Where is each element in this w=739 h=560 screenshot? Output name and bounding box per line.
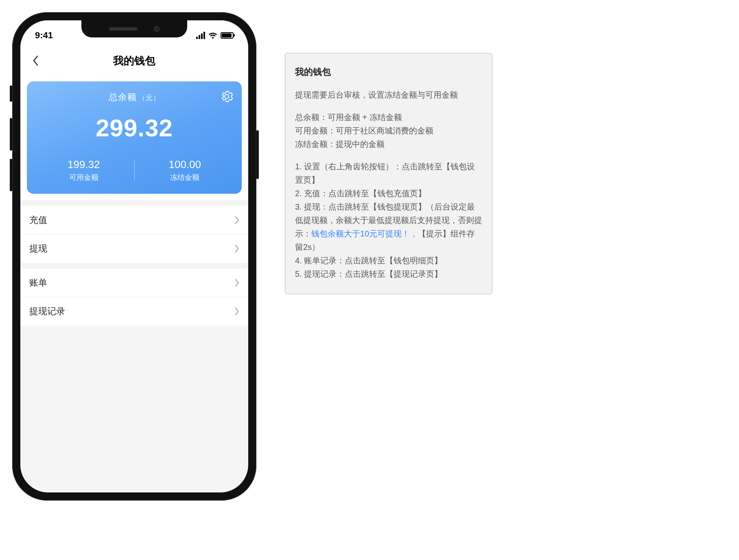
page-title: 我的钱包 <box>113 54 155 68</box>
earpiece <box>109 27 138 31</box>
phone-notch <box>81 20 187 37</box>
balance-breakdown: 199.32 可用金额 100.00 冻结金额 <box>33 158 235 182</box>
phone-screen: 9:41 我的钱包 总余额（元） <box>20 20 248 492</box>
menu-label: 提现记录 <box>29 305 65 317</box>
balance-title-row: 总余额（元） <box>33 91 235 103</box>
battery-icon <box>221 32 234 39</box>
annotation-panel: 我的钱包 提现需要后台审核，设置冻结金额与可用金额 总余额：可用金额 + 冻结金… <box>285 53 492 294</box>
chevron-right-icon <box>234 278 239 287</box>
menu-label: 账单 <box>29 277 47 289</box>
phone-side-button <box>256 130 259 179</box>
front-camera <box>154 26 160 32</box>
annotation-intro: 提现需要后台审核，设置冻结金额与可用金额 <box>295 88 482 102</box>
total-balance: 299.32 <box>33 114 235 142</box>
menu-withdraw-record[interactable]: 提现记录 <box>20 297 248 326</box>
menu-label: 充值 <box>29 214 47 226</box>
menu-withdraw[interactable]: 提现 <box>20 234 248 263</box>
annotation-heading: 我的钱包 <box>295 65 482 79</box>
annotation-def-available: 可用金额：可用于社区商城消费的金额 <box>295 124 482 138</box>
annotation-step-5: 5. 提现记录：点击跳转至【提现记录页】 <box>295 267 482 281</box>
annotation-def-total: 总余额：可用金额 + 冻结金额 <box>295 111 482 124</box>
balance-title: 总余额 <box>109 92 137 102</box>
annotation-step-1: 1. 设置（右上角齿轮按钮）：点击跳转至【钱包设置页】 <box>295 160 482 187</box>
back-button[interactable] <box>29 55 42 67</box>
settings-button[interactable] <box>221 90 233 103</box>
annotation-step-4: 4. 账单记录：点击跳转至【钱包明细页】 <box>295 254 482 267</box>
annotation-link: 钱包余额大于10元可提现！， <box>311 229 418 238</box>
phone-side-button <box>10 159 12 191</box>
gear-icon <box>221 90 233 103</box>
annotation-def-frozen: 冻结金额：提现中的金额 <box>295 138 482 151</box>
section-gap <box>20 263 248 269</box>
navigation-bar: 我的钱包 <box>20 46 248 75</box>
available-balance-col: 199.32 可用金额 <box>33 158 134 182</box>
phone-side-button <box>10 118 12 151</box>
available-amount: 199.32 <box>33 158 134 171</box>
phone-side-button <box>10 85 12 102</box>
menu-bill[interactable]: 账单 <box>20 269 248 297</box>
annotation-definitions: 总余额：可用金额 + 冻结金额 可用金额：可用于社区商城消费的金额 冻结金额：提… <box>295 111 482 151</box>
balance-card: 总余额（元） 299.32 199.32 可用金额 100.00 冻结金额 <box>27 81 242 194</box>
menu-group-1: 充值 提现 <box>20 206 248 263</box>
section-gap <box>20 200 248 206</box>
chevron-right-icon <box>234 307 239 316</box>
balance-section: 总余额（元） 299.32 199.32 可用金额 100.00 冻结金额 <box>20 75 248 200</box>
balance-title-suffix: （元） <box>138 94 160 102</box>
annotation-step-2: 2. 充值：点击跳转至【钱包充值页】 <box>295 187 482 200</box>
annotation-steps: 1. 设置（右上角齿轮按钮）：点击跳转至【钱包设置页】 2. 充值：点击跳转至【… <box>295 160 482 281</box>
chevron-right-icon <box>234 216 239 225</box>
menu-label: 提现 <box>29 243 47 255</box>
annotation-step-3: 3. 提现：点击跳转至【钱包提现页】（后台设定最低提现额，余额大于最低提现额后支… <box>295 200 482 254</box>
wifi-icon <box>208 32 217 39</box>
phone-frame: 9:41 我的钱包 总余额（元） <box>12 12 256 501</box>
menu-group-2: 账单 提现记录 <box>20 269 248 326</box>
cellular-icon <box>196 32 205 39</box>
available-label: 可用金额 <box>33 173 134 182</box>
status-time: 9:41 <box>35 30 53 41</box>
menu-recharge[interactable]: 充值 <box>20 206 248 234</box>
chevron-right-icon <box>234 244 239 253</box>
frozen-label: 冻结金额 <box>135 173 236 182</box>
frozen-balance-col: 100.00 冻结金额 <box>135 158 236 182</box>
frozen-amount: 100.00 <box>135 158 236 171</box>
status-indicators <box>196 32 234 39</box>
